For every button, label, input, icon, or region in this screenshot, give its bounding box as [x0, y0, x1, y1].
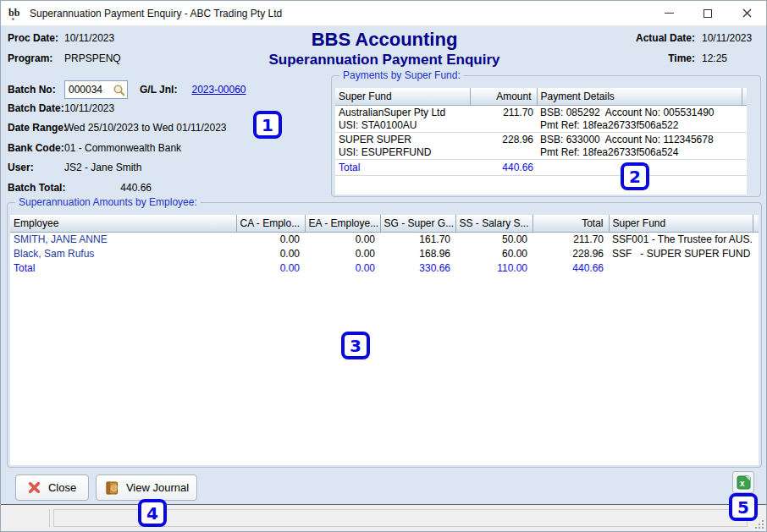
total-ea: 0.00	[305, 261, 380, 276]
batch-date-row: Batch Date: 10/11/2023	[8, 102, 114, 114]
col-amount[interactable]: Amount	[470, 88, 537, 105]
employee-name[interactable]: SMITH, JANE ANNE	[10, 232, 236, 247]
proc-date-row: Proc Date: 10/11/2023	[8, 32, 114, 44]
ss-value: 50.00	[455, 232, 532, 247]
payments-header-row: Super Fund Amount Payment Details	[335, 88, 747, 105]
date-range-row: Date Range: Wed 25/10/2023 to Wed 01/11/…	[8, 122, 226, 134]
batch-lookup-button[interactable]	[112, 83, 126, 97]
ca-value: 0.00	[236, 247, 305, 261]
bank-code-value: 01 - Commonwealth Bank	[64, 142, 181, 154]
time-row: Time: 12:25	[593, 52, 761, 64]
row-total: 228.96	[532, 247, 609, 261]
table-row[interactable]: Black, Sam Rufus 0.00 0.00 168.96 60.00 …	[10, 247, 759, 261]
table-row[interactable]: SMITH, JANE ANNE 0.00 0.00 161.70 50.00 …	[10, 232, 759, 247]
fund-amount: 211.70	[470, 105, 537, 132]
actual-date-label: Actual Date:	[593, 32, 695, 44]
time-value: 12:25	[702, 52, 761, 64]
ea-value: 0.00	[305, 247, 380, 261]
fund-name: SUPER SUPER	[339, 134, 466, 146]
callout-4: 4	[138, 499, 167, 527]
payments-total-label: Total	[335, 159, 470, 175]
maximize-button[interactable]	[688, 1, 727, 25]
col-ss[interactable]: SS - Salary S...	[455, 215, 532, 232]
col-super-fund[interactable]: Super Fund	[609, 215, 753, 232]
date-range-value: Wed 25/10/2023 to Wed 01/11/2023	[64, 122, 226, 134]
minimize-button[interactable]	[649, 1, 688, 25]
minimize-icon	[665, 13, 674, 14]
col-sg[interactable]: SG - Super G...	[380, 215, 455, 232]
program-row: Program: PRPSPENQ	[8, 52, 121, 64]
svg-text:x: x	[740, 479, 745, 488]
col-super-fund[interactable]: Super Fund	[335, 88, 470, 105]
resize-grip[interactable]	[754, 519, 764, 529]
payment-detail-line1: BSB: 085292 Account No: 005531490	[540, 107, 738, 119]
journal-book-icon: @	[104, 481, 119, 495]
total-ca: 0.00	[236, 261, 305, 276]
col-ca[interactable]: CA - Emplo...	[236, 215, 305, 232]
row-total: 211.70	[532, 232, 609, 247]
col-total[interactable]: Total	[532, 215, 609, 232]
ca-value: 0.00	[236, 232, 305, 247]
bbs-logo-icon: bb s	[8, 6, 25, 21]
payment-detail-line2: Pmt Ref: 18fea26733f506a522	[540, 119, 738, 132]
app-window: bb s Superannuation Payment Enquiry - AB…	[0, 0, 767, 532]
app-title: BBS Accounting	[215, 29, 554, 51]
employee-name[interactable]: Black, Sam Rufus	[10, 247, 236, 261]
ea-value: 0.00	[305, 232, 380, 247]
col-ea[interactable]: EA - Employe...	[305, 215, 380, 232]
svg-text:@: @	[110, 484, 118, 492]
payments-group-title: Payments by Super Fund:	[339, 69, 464, 82]
date-range-label: Date Range:	[8, 122, 64, 134]
close-icon	[742, 8, 753, 19]
view-journal-button[interactable]: @ View Journal	[96, 474, 197, 501]
total-ss: 110.00	[455, 261, 532, 276]
close-button[interactable]: Close	[15, 474, 89, 501]
svg-text:bb: bb	[8, 7, 20, 19]
batch-date-label: Batch Date:	[8, 102, 64, 114]
callout-2: 2	[621, 162, 649, 190]
excel-icon: x	[737, 475, 751, 490]
proc-date-label: Proc Date:	[8, 32, 64, 44]
total-sg: 330.66	[380, 261, 455, 276]
table-row[interactable]: AustralianSuper Pty Ltd USI: STA0100AU 2…	[335, 105, 747, 132]
col-spacer	[753, 215, 759, 232]
window-title: Superannuation Payment Enquiry - ABC Tra…	[30, 8, 282, 19]
sg-value: 168.96	[380, 247, 455, 261]
gl-jnl-link[interactable]: 2023-00060	[191, 84, 246, 96]
close-window-button[interactable]	[727, 1, 766, 25]
employees-total-row: Total 0.00 0.00 330.66 110.00 440.66	[10, 261, 759, 276]
page-title-block: BBS Accounting Superannuation Payment En…	[215, 29, 554, 69]
callout-5: 5	[729, 493, 758, 521]
employees-table: Employee CA - Emplo... EA - Employe... S…	[10, 215, 759, 276]
col-payment-details[interactable]: Payment Details	[537, 88, 742, 105]
batch-total-label: Batch Total:	[8, 182, 64, 194]
table-row[interactable]: SUPER SUPER USI: ESUPERFUND 228.96 BSB: …	[335, 132, 747, 159]
dialog-body: Proc Date: 10/11/2023 Program: PRPSPENQ …	[1, 26, 766, 504]
actual-date-row: Actual Date: 10/11/2023	[593, 32, 761, 44]
fund-name: AustralianSuper Pty Ltd	[339, 107, 466, 119]
program-value: PRPSPENQ	[64, 52, 121, 64]
col-spacer	[742, 88, 747, 105]
payment-detail-line1: BSB: 633000 Account No: 112345678	[540, 134, 738, 146]
search-icon	[113, 84, 126, 97]
employees-total-label: Total	[10, 261, 236, 276]
payments-table: Super Fund Amount Payment Details Austra…	[335, 88, 747, 176]
batch-date-value: 10/11/2023	[64, 102, 114, 114]
batch-no-input[interactable]: 000034	[64, 80, 128, 99]
employees-table-area: Employee CA - Emplo... EA - Employe... S…	[10, 215, 759, 465]
sg-value: 161.70	[380, 232, 455, 247]
view-journal-button-label: View Journal	[126, 481, 189, 494]
export-excel-button[interactable]: x	[732, 471, 754, 493]
total-total: 440.66	[532, 261, 609, 276]
batch-total-value: 440.66	[64, 182, 152, 194]
employees-groupbox: Superannuation Amounts by Employee: Empl…	[7, 202, 762, 468]
fund-usi: USI: ESUPERFUND	[339, 146, 466, 159]
svg-text:s: s	[12, 15, 14, 21]
bank-code-row: Bank Code: 01 - Commonwealth Bank	[8, 142, 181, 154]
employee-super-fund: SSF001 - The Trustee for AUS...	[609, 232, 753, 247]
batch-total-row: Batch Total: 440.66	[8, 182, 152, 194]
col-employee[interactable]: Employee	[10, 215, 236, 232]
employees-group-title: Superannuation Amounts by Employee:	[15, 196, 201, 209]
program-label: Program:	[8, 52, 64, 64]
page-title: Superannuation Payment Enquiry	[215, 51, 554, 69]
